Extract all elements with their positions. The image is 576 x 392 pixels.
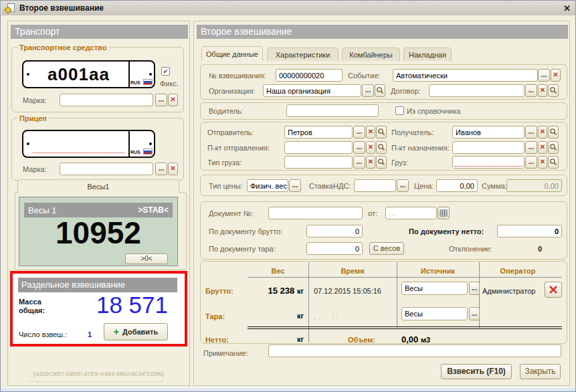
sender-lookup-button[interactable]: [376, 126, 387, 138]
organization-select-button[interactable]: ...: [362, 84, 374, 97]
contract-select-button[interactable]: ...: [525, 84, 537, 97]
cargo-type-input[interactable]: [284, 156, 353, 169]
vehicle-brand-input[interactable]: [60, 94, 153, 106]
vat-select-button[interactable]: ...: [397, 179, 409, 192]
price-type-label: Тип цены:: [209, 180, 243, 193]
doc-tare-label: По документу тара:: [209, 243, 276, 256]
contract-clear-button[interactable]: ✕: [538, 84, 547, 97]
transport-header: Транспорт: [11, 25, 188, 39]
document-number-input[interactable]: [268, 207, 363, 219]
tare-source-input[interactable]: Весы: [401, 307, 468, 320]
plus-icon: +: [114, 326, 119, 337]
scale-display: Весы 1 >STAB< 10952 >0<: [19, 197, 178, 266]
close-button[interactable]: Закрыть: [520, 364, 561, 379]
col-header-source: Источник: [397, 265, 479, 278]
trailer-plate[interactable]: RUS: [22, 130, 155, 158]
tab-scales[interactable]: Весы1: [17, 179, 179, 193]
table-vline: [397, 262, 397, 328]
receiver-lookup-button[interactable]: [548, 126, 559, 138]
event-input[interactable]: Автоматически: [393, 69, 538, 82]
gross-weight-value: 15 238 кг: [254, 284, 304, 298]
cargo-input[interactable]: [452, 156, 524, 169]
document-date-label: от:: [368, 207, 377, 220]
document-date-input[interactable]: . .: [385, 207, 437, 219]
calendar-icon[interactable]: [438, 207, 450, 219]
scale-name: Весы 1: [28, 205, 57, 215]
event-label: Событие:: [348, 70, 381, 82]
contract-label: Договор:: [391, 85, 421, 98]
zero-button[interactable]: >0<: [125, 254, 168, 264]
vehicle-brand-clear-button[interactable]: ✕: [168, 94, 178, 106]
organization-input[interactable]: Наша организация: [263, 84, 361, 97]
receiver-clear-button[interactable]: ✕: [538, 126, 547, 138]
plate-bolt: [149, 73, 152, 76]
departure-clear-button[interactable]: ✕: [366, 141, 375, 154]
tab-general[interactable]: Общие данные: [201, 46, 263, 61]
cargo-clear-button[interactable]: ✕: [538, 156, 547, 169]
cargo-type-lookup-button[interactable]: [376, 156, 387, 169]
weighing-number-input[interactable]: 00000000020: [276, 69, 343, 82]
doc-gross-input[interactable]: 0: [306, 225, 363, 237]
sender-select-button[interactable]: ...: [353, 126, 365, 138]
trailer-brand-input[interactable]: [60, 163, 153, 175]
price-type-select-button[interactable]: ...: [289, 179, 301, 192]
receiver-input[interactable]: Иванов: [452, 126, 524, 138]
destination-clear-button[interactable]: ✕: [538, 141, 547, 154]
tab-invoice[interactable]: Накладная: [403, 47, 452, 61]
contract-input[interactable]: [429, 84, 524, 97]
doc-net-input[interactable]: 0: [497, 225, 562, 237]
receiver-select-button[interactable]: ...: [525, 126, 537, 138]
add-weighing-button[interactable]: + Добавить: [104, 323, 168, 340]
plate-bolt: [149, 142, 152, 145]
sender-input[interactable]: Петров: [284, 126, 353, 138]
destination-input[interactable]: [452, 141, 524, 154]
gross-source-select-button[interactable]: ...: [469, 282, 480, 295]
delete-row-button[interactable]: [545, 282, 562, 298]
required-underline: [455, 166, 522, 167]
trailer-brand-clear-button[interactable]: ✕: [168, 163, 178, 175]
trailer-brand-select-button[interactable]: ...: [155, 163, 167, 175]
event-clear-button[interactable]: ✕: [551, 69, 561, 82]
tare-source-select-button[interactable]: ...: [469, 307, 480, 320]
departure-input[interactable]: [284, 141, 353, 154]
weigh-button[interactable]: Взвесить (F10): [441, 364, 512, 379]
cargo-type-clear-button[interactable]: ✕: [366, 156, 375, 169]
form-icon: [5, 3, 15, 13]
gross-time-value: 07.12.2015 15:05:16: [314, 285, 381, 298]
weighing-header: Второе взвешивание: [197, 25, 568, 39]
sender-label: Отправитель:: [207, 126, 254, 139]
event-select-button[interactable]: ...: [538, 69, 550, 82]
driver-input[interactable]: [286, 104, 379, 117]
cargo-lookup-button[interactable]: [548, 156, 559, 169]
price-input[interactable]: 0,00: [436, 179, 478, 192]
destination-select-button[interactable]: ...: [525, 141, 537, 154]
doc-tare-input[interactable]: 0: [306, 242, 363, 255]
window-bottom-edge: [1, 387, 575, 391]
contract-lookup-button[interactable]: [548, 84, 559, 97]
close-icon[interactable]: ✕: [563, 3, 571, 13]
tab-combiners[interactable]: Комбайнеры: [342, 47, 400, 61]
fix-checkbox[interactable]: ✔: [161, 67, 170, 76]
gross-source-input[interactable]: Весы: [401, 282, 468, 295]
tab-characteristics[interactable]: Характеристики: [267, 47, 339, 61]
note-label: Примечание:: [203, 347, 248, 360]
price-type-input[interactable]: Физич. вес: [247, 179, 288, 192]
destination-lookup-button[interactable]: [548, 141, 559, 154]
vat-input[interactable]: [354, 179, 396, 192]
vehicle-plate[interactable]: a001aa RUS: [22, 60, 155, 88]
cargo-type-select-button[interactable]: ...: [353, 156, 365, 169]
from-scales-button[interactable]: С весов: [369, 242, 404, 255]
organization-lookup-button[interactable]: [375, 84, 385, 97]
note-input[interactable]: [268, 345, 561, 357]
departure-select-button[interactable]: ...: [353, 141, 365, 154]
col-header-operator: Оператор: [479, 265, 557, 278]
sender-clear-button[interactable]: ✕: [366, 126, 375, 138]
plate-bolt: [27, 142, 29, 145]
window-title: Второе взвешивание: [19, 3, 104, 13]
from-reference-checkbox[interactable]: [395, 106, 404, 115]
cargo-select-button[interactable]: ...: [525, 156, 537, 169]
table-vline: [308, 262, 309, 342]
vehicle-brand-select-button[interactable]: ...: [155, 94, 167, 106]
departure-lookup-button[interactable]: [376, 141, 387, 154]
trailer-group-legend: Прицеп: [17, 114, 49, 122]
